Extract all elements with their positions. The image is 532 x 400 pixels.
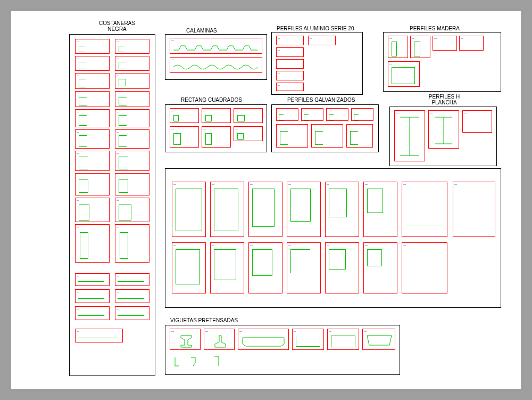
costanera-cell: — [75, 329, 123, 342]
costanera-cell: — [115, 151, 149, 171]
cell-label: — [288, 243, 291, 247]
galvan-cell: — [276, 124, 308, 148]
hormigon-cell: — [325, 182, 359, 237]
costanera-cell: — [75, 273, 110, 286]
vigueta-extra [170, 354, 244, 370]
cell-label: — [389, 37, 392, 40]
rectang-cell: — [202, 126, 231, 148]
galvan-cell: — [301, 108, 323, 121]
aluminio-cell: — [308, 36, 336, 45]
cell-label: — [77, 110, 79, 113]
group-galvan: — — — — — — — [271, 104, 379, 152]
cell-label: — [235, 127, 238, 130]
cell-label: — [365, 243, 368, 247]
cell-label: — [77, 152, 79, 155]
cell-label: — [77, 307, 79, 311]
perfh-cell: — [394, 110, 425, 161]
hormigon-cell: — [172, 242, 206, 293]
cell-label: — [173, 243, 176, 247]
cell-label: — [117, 307, 119, 311]
hormigon-cell: — [248, 242, 282, 293]
cell-label: — [203, 109, 206, 112]
cell-label: — [203, 127, 206, 130]
costanera-cell: — [115, 129, 149, 149]
cell-label: — [117, 290, 119, 293]
cell-label: — [412, 37, 414, 40]
rectang-cell: — [170, 108, 199, 123]
hormigon-cell: — [210, 182, 244, 237]
costanera-cell: — [75, 109, 110, 127]
group-viguetas: — — — — — — [165, 325, 400, 375]
costanera-cell: — [115, 73, 149, 89]
aluminio-cell: — [276, 36, 304, 45]
cell-label: — [117, 130, 119, 134]
costanera-cell: — [75, 56, 110, 71]
cell-label: — [403, 183, 406, 186]
aluminio-cell: — [276, 71, 304, 80]
cell-label: — [117, 199, 119, 202]
cell-label: — [235, 109, 238, 112]
cell-label: — [434, 37, 437, 40]
cell-label: — [294, 330, 296, 333]
cell-label: — [278, 60, 280, 63]
perfh-cell: — [428, 110, 459, 149]
cell-label: — [212, 243, 214, 247]
cell-label: — [77, 199, 79, 202]
hormigon-cell: — [172, 182, 206, 237]
cell-label: — [396, 111, 398, 115]
cell-label: — [117, 92, 119, 95]
rectang-cell: — [234, 126, 263, 141]
cell-label: — [239, 330, 242, 333]
costanera-cell: — [115, 56, 149, 71]
aluminio-cell: — [276, 83, 304, 91]
hormigon-cell: — [287, 182, 321, 237]
title-rectang: RECTANG CUADRADOS [181, 97, 242, 103]
cell-label: — [171, 58, 174, 61]
perfh-cell: — [462, 110, 492, 133]
cell-label: — [171, 127, 174, 130]
costanera-cell: — [115, 273, 149, 286]
cell-label: — [173, 183, 176, 186]
costanera-cell: — [115, 289, 149, 303]
rectang-cell: — [170, 126, 199, 148]
group-rectang: — — — — — — [165, 104, 267, 152]
madera-cell: — [388, 36, 408, 58]
cell-label: — [278, 84, 280, 87]
group-aluminio: — — — — — — [271, 32, 363, 95]
cell-label: — [77, 290, 79, 293]
title-calaminas: CALAMINAS [186, 28, 217, 34]
cell-label: — [171, 39, 174, 42]
costanera-cell: — [115, 109, 149, 127]
vigueta-cell: — [362, 329, 395, 350]
cell-label: — [365, 183, 368, 186]
cell-label: — [117, 174, 119, 177]
rectang-cell: — [202, 108, 231, 123]
cell-label: — [303, 109, 305, 112]
vigueta-cell: — [204, 329, 235, 350]
group-madera: — — — — — [383, 32, 501, 92]
madera-cell: — [388, 61, 420, 87]
group-costaneras: — — — — — — — — — — — — — — — — — — — — … [69, 34, 155, 376]
costanera-cell: — [115, 224, 149, 263]
cell-label: — [278, 72, 280, 75]
cell-label: — [389, 62, 392, 66]
cell-label: — [278, 37, 280, 40]
madera-cell: — [410, 36, 430, 58]
galvan-cell: — [276, 108, 298, 121]
group-hormigones: — — — — — — — — — — — — — — — [165, 168, 501, 308]
hormigon-cell: — [210, 242, 244, 293]
hormigon-cell: — [325, 242, 359, 293]
cell-label: — [117, 74, 119, 77]
group-calaminas: — — [165, 34, 267, 80]
costanera-cell: — [75, 129, 110, 149]
cell-label: — [77, 40, 79, 43]
cell-label: — [327, 183, 329, 186]
cell-label: — [329, 330, 331, 333]
hormigon-cell: — [402, 242, 447, 293]
hormigon-cell: — [363, 242, 397, 293]
cell-label: — [171, 109, 174, 112]
cell-label: — [117, 40, 119, 43]
cell-label: — [77, 92, 79, 95]
drawing-sheet: COSTANERAS NEGRA — — — — — — — — — — — —… [11, 11, 521, 389]
costanera-cell: — [75, 173, 110, 195]
